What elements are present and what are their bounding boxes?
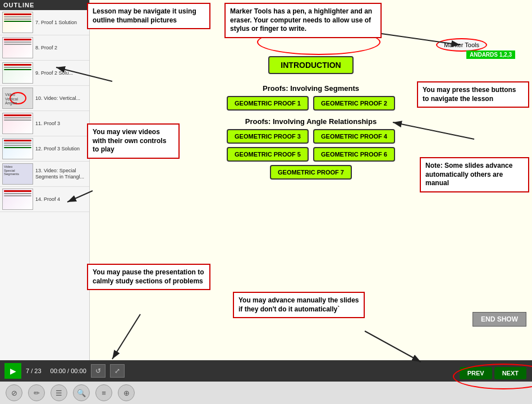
proof-btn-6[interactable]: GEOMETRIC PROOF 6: [313, 147, 395, 162]
section2-title: Proofs: Involving Angle Relationships: [245, 117, 377, 126]
outline-annotation: Lesson may be navigate it using outline …: [87, 3, 210, 29]
slide-thumb-11: [2, 113, 33, 134]
proof-grid-2: GEOMETRIC PROOF 3 GEOMETRIC PROOF 4: [227, 129, 395, 144]
slide-item-13[interactable]: VideoSpecialSegments 13. Video: Special …: [0, 162, 89, 187]
slide-thumb-12: [2, 138, 33, 159]
play-icon: ▶: [10, 366, 16, 375]
slide-label-11: 11. Proof 3: [33, 121, 60, 127]
sidebar-title: OUTLINE: [0, 0, 89, 10]
bottom-icon-6[interactable]: ⊕: [118, 384, 135, 401]
slide-thumb-14: [2, 189, 33, 210]
marker-tools-annotation: Marker Tools has a pen, a highlighter an…: [224, 3, 382, 38]
slide-label-14: 14. Proof 4: [33, 196, 60, 203]
slide-label-9: 9. Proof 2 Solu...: [33, 70, 73, 76]
slide-thumb-9: [2, 62, 33, 84]
marker-tools-annotation-text: Marker Tools has a pen, a highlighter an…: [230, 7, 372, 33]
replay-button[interactable]: ↺: [91, 364, 106, 378]
slide-item-12[interactable]: 12. Proof 3 Solution: [0, 136, 89, 162]
bottom-icon-5[interactable]: ≡: [95, 384, 112, 401]
proof-btn-3[interactable]: GEOMETRIC PROOF 3: [227, 129, 309, 144]
slide-counter: 7 / 23: [26, 368, 42, 374]
expand-icon: ⤢: [114, 367, 120, 375]
auto-annotation: Note: Some slides advance automatically …: [420, 157, 529, 192]
bottom-icons-bar: ⊘ ✏ ☰ 🔍 ≡ ⊕: [0, 382, 532, 404]
replay-icon: ↺: [95, 367, 101, 375]
slide-item-11[interactable]: 11. Proof 3: [0, 111, 89, 136]
slide-item-10[interactable]: VideoVerticalAngles 10. Video: Vertical.…: [0, 86, 89, 111]
proof-btn-7[interactable]: GEOMETRIC PROOF 7: [270, 165, 352, 180]
proof-grid-1: GEOMETRIC PROOF 1 GEOMETRIC PROOF 2: [227, 96, 395, 111]
videos-annotation-text: You may view videos with their own contr…: [93, 128, 166, 153]
marker-tools-label: Marker Tools: [444, 42, 479, 48]
bottom-icon-3[interactable]: ☰: [51, 384, 67, 401]
next-button[interactable]: NEXT: [494, 367, 526, 379]
slide-item-9[interactable]: 9. Proof 2 Solu...: [0, 61, 89, 86]
slide-thumb-10: VideoVerticalAngles: [2, 88, 33, 109]
nav-buttons-wrapper: PREV NEXT: [460, 367, 526, 379]
slide-item-8[interactable]: 8. Proof 2: [0, 35, 89, 61]
bottom-icon-2[interactable]: ✏: [28, 384, 45, 401]
proof-btn-4[interactable]: GEOMETRIC PROOF 4: [313, 129, 395, 144]
bottom-bar: ▶ 7 / 23 00:00 / 00:00 ↺ ⤢ PREV NEXT: [0, 360, 532, 382]
sidebar: OUTLINE 7. Proof 1 Solution: [0, 0, 90, 360]
bottom-icon-1[interactable]: ⊘: [6, 384, 22, 401]
expand-button[interactable]: ⤢: [110, 364, 125, 378]
play-button[interactable]: ▶: [4, 363, 21, 379]
navigate-annotation-text: You may press these buttons to navigate …: [423, 86, 516, 103]
slide-label-12: 12. Proof 3 Solution: [33, 146, 80, 152]
slide-label-7: 7. Proof 1 Solution: [33, 20, 77, 26]
slide-label-10: 10. Video: Vertical...: [33, 95, 80, 102]
pause-annotation-text: You may pause the presentation to calmly…: [93, 268, 204, 285]
standards-badge: ANDARDS 1,2,3: [466, 50, 515, 59]
slide-label-8: 8. Proof 2: [33, 45, 57, 51]
proof-btn-1[interactable]: GEOMETRIC PROOF 1: [227, 96, 309, 111]
outline-annotation-text: Lesson may be navigate it using outline …: [93, 7, 196, 24]
proof-grid-3: GEOMETRIC PROOF 5 GEOMETRIC PROOF 6: [227, 147, 395, 162]
advance-annotation: You may advance manually the slides if t…: [233, 292, 365, 318]
intro-button[interactable]: INTRODUCTION: [268, 56, 353, 74]
proof-btn-2[interactable]: GEOMETRIC PROOF 2: [313, 96, 395, 111]
proof-grid-4: GEOMETRIC PROOF 7: [270, 165, 352, 180]
marker-tools-oval: Marker Tools: [436, 38, 487, 52]
end-show-button[interactable]: END SHOW: [473, 312, 526, 327]
slide-thumb-7: [2, 12, 33, 33]
time-display: 00:00 / 00:00: [51, 368, 86, 374]
prev-button[interactable]: PREV: [460, 367, 492, 379]
videos-annotation: You may view videos with their own contr…: [87, 123, 180, 159]
navigate-annotation: You may press these buttons to navigate …: [417, 81, 529, 108]
slide-item-14[interactable]: 14. Proof 4: [0, 187, 89, 212]
intro-wrapper: INTRODUCTION: [268, 34, 353, 76]
proof-btn-5[interactable]: GEOMETRIC PROOF 5: [227, 147, 309, 162]
bottom-icon-4[interactable]: 🔍: [73, 384, 90, 401]
slide-label-13: 13. Video: Special Segments in Triangl..…: [33, 168, 87, 180]
slide-thumb-8: [2, 37, 33, 58]
standards-text: ANDARDS 1,2,3: [470, 52, 512, 58]
slide-item-7[interactable]: 7. Proof 1 Solution: [0, 10, 89, 35]
slide-thumb-13: VideoSpecialSegments: [2, 163, 33, 185]
advance-annotation-text: You may advance manually the slides if t…: [239, 296, 359, 313]
pause-annotation: You may pause the presentation to calmly…: [87, 264, 210, 290]
section1-title: Proofs: Involving Segments: [263, 84, 359, 93]
auto-annotation-text: Note: Some slides advance automatically …: [425, 162, 512, 187]
